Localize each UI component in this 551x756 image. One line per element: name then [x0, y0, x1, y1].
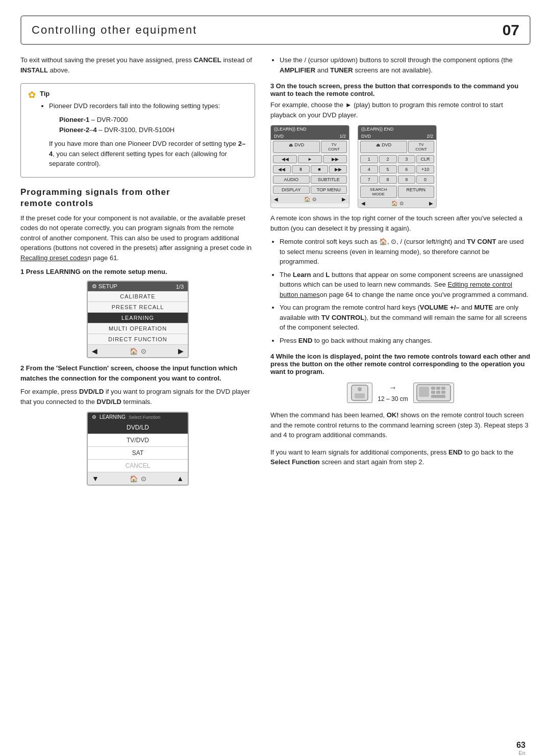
learning-dvd[interactable]: DVD/LD [88, 421, 188, 434]
right-remote-svg [416, 384, 452, 402]
recalling-link: Recalling preset codes [20, 254, 88, 262]
right-column: Use the / (cursor up/down) buttons to sc… [270, 55, 531, 491]
btn2-4[interactable]: 4 [360, 165, 378, 173]
btn2-tv-cont[interactable]: TVCONT [408, 141, 434, 153]
btn-audio[interactable]: AUDIO [273, 175, 310, 184]
dvd-screen2-header: ((LEARN)) END [358, 125, 436, 133]
right-bullet-1: Use the / (cursor up/down) buttons to sc… [280, 55, 531, 75]
tip-label: Tip [40, 89, 247, 99]
learning-screen: ⚙ LEARNING Select Function DVD/LD TV/DVD… [87, 412, 189, 486]
dvd-screen1-row1: ⏏ DVD TVCONT [271, 140, 349, 154]
btn-stop[interactable]: ■ [311, 165, 329, 173]
tip-pioneer-note: If you have more than one Pioneer DVD re… [49, 139, 247, 169]
tip-list: Pioneer DVD recorders fall into the foll… [49, 101, 247, 169]
btn2-8[interactable]: 8 [379, 175, 397, 184]
dvd-screen2-row3: 4 5 6 +10 [358, 164, 436, 174]
btn-ffd[interactable]: ▶▶ [323, 155, 347, 163]
btn2-9[interactable]: 9 [398, 175, 416, 184]
dvd-screen2-page: 2/2 [427, 134, 433, 139]
menu-calibrate[interactable]: CALIBRATE [88, 291, 188, 302]
tip-box: ✿ Tip Pioneer DVD recorders fall into th… [20, 83, 255, 178]
btn-prev[interactable]: ◀◀ [273, 165, 291, 173]
right-bullet-soft-keys: Remote control soft keys such as 🏠, ⊙, /… [280, 237, 531, 267]
remote-transfer-area: → 12 – 30 cm [270, 383, 531, 403]
btn2-return[interactable]: RETURN [398, 186, 435, 198]
svg-rect-5 [431, 387, 435, 390]
svg-rect-8 [431, 391, 435, 394]
right-remote [413, 383, 454, 403]
setup-screen-header: ⚙ SETUP 1/3 [88, 282, 188, 291]
page-en: En [519, 750, 525, 756]
btn2-6[interactable]: 6 [398, 165, 416, 173]
remote-transfer: → 12 – 30 cm [270, 383, 531, 403]
btn2-dvd-eject[interactable]: ⏏ DVD [360, 141, 407, 153]
dvd-s1-dvd: ⊙ [312, 196, 316, 202]
dvd-s1-home: 🏠 [304, 196, 310, 202]
svg-rect-10 [441, 391, 445, 394]
page-footer: 63 En [516, 741, 525, 756]
btn2-0[interactable]: 0 [416, 175, 434, 184]
dvd-screen2-title-row: DVD 2/2 [358, 133, 436, 140]
dvd-screen2-row4: 7 8 9 0 [358, 174, 436, 185]
btn2-3[interactable]: 3 [398, 155, 416, 163]
right-bullet-list: Remote control soft keys such as 🏠, ⊙, /… [280, 237, 531, 345]
arrow-right: → [389, 383, 397, 392]
dvd-s2-fwd: ▶ [429, 200, 433, 206]
arrows-row: → [389, 383, 397, 392]
learning-sat[interactable]: SAT [88, 447, 188, 460]
section-heading: Programming signals from otherremote con… [20, 187, 255, 209]
menu-direct-function[interactable]: DIRECT FUNCTION [88, 334, 188, 345]
btn2-search[interactable]: SEARCHMODE [360, 186, 397, 198]
dvd-screen1-title-row: DVD 1/2 [271, 133, 349, 140]
step4-after-text2: If you want to learn signals for additio… [270, 447, 531, 467]
btn-tv-cont[interactable]: TVCONT [321, 141, 347, 153]
btn-display[interactable]: DISPLAY [273, 186, 310, 194]
right-bullet-end: Press END to go back without making any … [280, 336, 531, 346]
btn-play[interactable]: ► [298, 155, 322, 163]
menu-multi-operation[interactable]: MULTI OPERATION [88, 323, 188, 334]
btn2-1[interactable]: 1 [360, 155, 378, 163]
btn2-7[interactable]: 7 [360, 175, 378, 184]
btn-pause[interactable]: ⏸ [292, 165, 310, 173]
distance-label: 12 – 30 cm [378, 395, 408, 402]
page-number-bottom: 63 [516, 741, 525, 750]
dvd-screen1-title: DVD [274, 134, 284, 139]
menu-preset-recall[interactable]: PRESET RECALL [88, 302, 188, 313]
svg-rect-2 [355, 393, 365, 398]
dvd-remote-container: ((LEARN)) END DVD 1/2 ⏏ DVD TVCONT ◀◀ ► … [270, 125, 531, 208]
setup-screen-footer: ◀ 🏠 ⊙ ▶ [88, 345, 188, 357]
learning-footer-fwd: ▲ [177, 474, 184, 483]
step1-label: 1 Press LEARNING on the remote setup men… [20, 268, 255, 275]
tip-icon: ✿ [28, 89, 36, 100]
footer-fwd-icon: ▶ [178, 347, 184, 355]
learning-footer-home: 🏠 [130, 475, 138, 483]
dvd-s2-dvd: ⊙ [399, 200, 404, 206]
learning-tvdvd[interactable]: TV/DVD [88, 434, 188, 447]
menu-learning[interactable]: LEARNING [88, 313, 188, 323]
left-remote-svg [350, 384, 369, 401]
btn-subtitle[interactable]: SUBTITLE [311, 175, 347, 184]
dvd-screen1-learn: ((LEARN)) END [274, 127, 307, 132]
learning-cancel: CANCEL [88, 460, 188, 472]
learning-footer-icons: 🏠 ⊙ [130, 475, 146, 483]
right-bullet-hardkeys: You can program the remote control hard … [280, 303, 531, 333]
footer-dvd-icon: ⊙ [141, 347, 146, 355]
editing-link: Editing remote control button names [280, 281, 512, 298]
btn-next[interactable]: ▶▶ [329, 165, 347, 173]
dvd-screen1-row2: ◀◀ ► ▶▶ [271, 154, 349, 164]
tip-pioneer1: Pioneer-1 – DVR-7000 [59, 115, 247, 125]
btn-dvd-eject[interactable]: ⏏ DVD [273, 141, 320, 153]
btn2-10[interactable]: +10 [416, 165, 434, 173]
btn-rew[interactable]: ◀◀ [273, 155, 297, 163]
main-content: To exit without saving the preset you ha… [20, 55, 531, 491]
btn2-clr[interactable]: CLR [416, 155, 434, 163]
btn-top-menu[interactable]: TOP MENU [311, 186, 347, 194]
dvd-s2-back: ◀ [361, 200, 365, 206]
page-number-header: 07 [503, 21, 519, 39]
dvd-screen1-header: ((LEARN)) END [271, 125, 349, 133]
section-intro: If the preset code for your component is… [20, 213, 255, 263]
step2-heading: 2 From the 'Select Function' screen, cho… [20, 363, 255, 383]
btn2-2[interactable]: 2 [379, 155, 397, 163]
btn2-5[interactable]: 5 [379, 165, 397, 173]
svg-point-1 [358, 387, 362, 391]
